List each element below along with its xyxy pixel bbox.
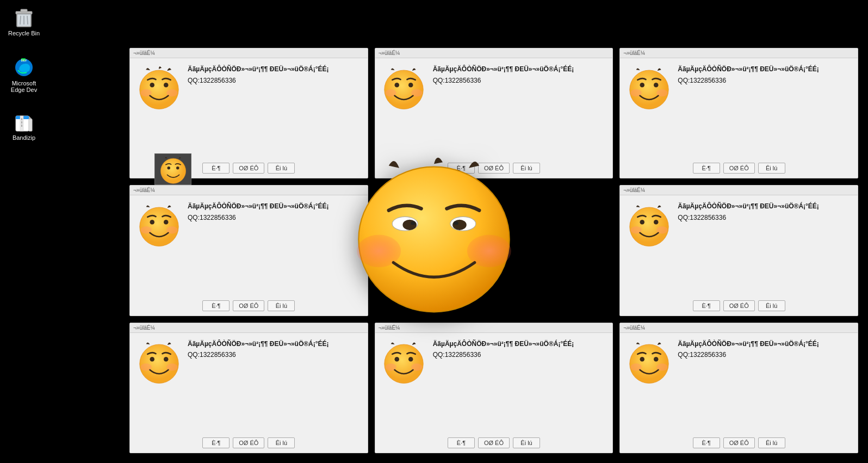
card-3-body: ÄãµÄµçÄÔÒÑÖÐ»¬»ü²¡¶¶ ÐEÜ»¬»üÖ®Á¡°ÉÉ¡ QQ:…	[620, 58, 858, 159]
card-2-btn3[interactable]: Êi lú	[513, 163, 540, 174]
card-8-buttons: È·¶ OØ ÉÔ Êi lú	[375, 434, 613, 453]
card-8-btn1[interactable]: È·¶	[448, 437, 475, 448]
svg-point-42	[654, 220, 659, 225]
card-9-qq: QQ:1322856336	[678, 351, 726, 359]
card-7-emoji	[134, 337, 183, 386]
card-1-emoji	[134, 63, 183, 112]
card-6-btn2[interactable]: OØ ÉÔ	[723, 300, 755, 311]
card-9-text: ÄãµÄµçÄÔÒÑÖÐ»¬»ü²¡¶¶ ÐEÜ»¬»üÖ®Á¡°ÉÉ¡ QQ:…	[678, 339, 853, 360]
card-4-btn3[interactable]: Êi lú	[268, 300, 295, 311]
svg-point-31	[640, 83, 644, 88]
svg-rect-6	[17, 14, 31, 27]
card-7-btn2[interactable]: OØ ÉÔ	[233, 437, 264, 448]
card-6-text: ÄãµÄµçÄÔÒÑÖÐ»¬»ü²¡¶¶ ÐEÜ»¬»üÖ®Á¡°ÉÉ¡ QQ:…	[678, 202, 853, 223]
card-6-title: ÄãµÄµçÄÔÒÑÖÐ»¬»ü²¡¶¶ ÐEÜ»¬»üÖ®Á¡°ÉÉ¡	[678, 202, 853, 211]
app-card-6: ¬»üläÉ¼	[619, 185, 858, 316]
card-8-btn2[interactable]: OØ ÉÔ	[478, 437, 510, 448]
svg-point-22	[164, 83, 169, 88]
svg-rect-15	[21, 118, 22, 120]
card-4-btn1[interactable]: È·¶	[202, 300, 230, 311]
svg-text:DEV: DEV	[21, 59, 27, 62]
card-3-emoji	[624, 63, 673, 112]
svg-point-37	[164, 220, 169, 225]
app-card-3: ¬»üläÉ¼	[619, 48, 858, 178]
recycle-bin-icon[interactable]: Recycle Bin	[2, 4, 46, 39]
svg-point-26	[395, 83, 400, 88]
app-card-4: ¬»üläÉ¼	[129, 185, 368, 316]
edge-dev-icon[interactable]: DEV Microsoft Edge Dev	[2, 54, 46, 95]
card-1-text: ÄãµÄµçÄÔÒÑÖÐ»¬»ü²¡¶¶ ÐEÜ»¬»üÖ®Á¡°ÉÉ¡ QQ:…	[188, 65, 363, 85]
bandizip-image	[13, 111, 35, 133]
card-2-btn2[interactable]: OØ ÉÔ	[478, 163, 510, 174]
card-7-btn1[interactable]: È·¶	[202, 437, 230, 448]
card-6-btn1[interactable]: È·¶	[693, 300, 720, 311]
card-8-btn3[interactable]: Êi lú	[513, 437, 540, 448]
svg-point-58	[160, 158, 185, 183]
card-7-titlebar: ¬»üläÉ¼	[130, 323, 368, 333]
card-2-qq: QQ:1322856336	[433, 77, 481, 84]
card-1-titlebar: ¬»üläÉ¼	[130, 48, 368, 58]
card-8-text: ÄãµÄµçÄÔÒÑÖÐ»¬»ü²¡¶¶ ÐEÜ»¬»üÖ®Á¡°ÉÉ¡ QQ:…	[433, 339, 609, 360]
card-4-titlebar: ¬»üläÉ¼	[130, 186, 368, 195]
card-9-btn3[interactable]: Êi lú	[758, 437, 785, 448]
card-3-titlebar: ¬»üläÉ¼	[620, 48, 858, 58]
cards-grid: ¬»üläÉ¼	[125, 44, 863, 458]
card-9-buttons: È·¶ OØ ÉÔ Êi lú	[620, 434, 858, 453]
card-4-qq: QQ:1322856336	[188, 214, 236, 221]
card-3-text: ÄãµÄµçÄÔÒÑÖÐ»¬»ü²¡¶¶ ÐEÜ»¬»üÖ®Á¡°ÉÉ¡ QQ:…	[678, 65, 853, 85]
svg-point-52	[408, 357, 413, 362]
card-1-body: ÄãµÄµçÄÔÒÑÖÐ»¬»ü²¡¶¶ ÐEÜ»¬»üÖ®Á¡°ÉÉ¡ QQ:…	[130, 58, 368, 159]
card-8-emoji	[380, 337, 429, 386]
card-7-qq: QQ:1322856336	[188, 351, 236, 359]
card-8-body: ÄãµÄµçÄÔÒÑÖÐ»¬»ü²¡¶¶ ÐEÜ»¬»üÖ®Á¡°ÉÉ¡ QQ:…	[375, 333, 613, 434]
card-3-btn1[interactable]: È·¶	[693, 163, 720, 174]
card-9-btn2[interactable]: OØ ÉÔ	[723, 437, 755, 448]
card-4-btn2[interactable]: OØ ÉÔ	[233, 300, 264, 311]
app-card-8: ¬»üläÉ¼	[375, 323, 613, 453]
svg-marker-11	[29, 116, 32, 119]
card-6-qq: QQ:1322856336	[678, 214, 726, 221]
card-2-emoji	[380, 63, 429, 112]
card-6-btn3[interactable]: Êi lú	[758, 300, 785, 311]
svg-rect-2	[21, 9, 27, 12]
svg-point-56	[640, 357, 644, 362]
svg-rect-17	[21, 125, 22, 127]
card-2-body: ÄãµÄµçÄÔÒÑÖÐ»¬»ü²¡¶¶ ÐEÜ»¬»üÖ®Á¡°ÉÉ¡ QQ:…	[375, 58, 613, 159]
card-6-body: ÄãµÄµçÄÔÒÑÖÐ»¬»ü²¡¶¶ ÐEÜ»¬»üÖ®Á¡°ÉÉ¡ QQ:…	[620, 195, 858, 297]
card-1-qq: QQ:1322856336	[188, 77, 236, 84]
bandizip-icon[interactable]: Bandizip	[2, 109, 46, 143]
svg-point-21	[150, 83, 154, 88]
card-1-btn1[interactable]: È·¶	[202, 163, 230, 174]
card-2-btn1[interactable]: È·¶	[448, 163, 475, 174]
card-1-title: ÄãµÄµçÄÔÒÑÖÐ»¬»ü²¡¶¶ ÐEÜ»¬»üÖ®Á¡°ÉÉ¡	[188, 65, 363, 74]
card-1-btn3[interactable]: Êi lú	[268, 163, 295, 174]
card-6-emoji	[624, 200, 673, 249]
svg-rect-16	[21, 121, 22, 124]
small-thumbnail	[154, 153, 191, 185]
card-3-btn2[interactable]: OØ ÉÔ	[723, 163, 755, 174]
card-3-btn3[interactable]: Êi lú	[758, 163, 785, 174]
card-4-body: ÄãµÄµçÄÔÒÑÖÐ»¬»ü²¡¶¶ ÐEÜ»¬»üÖ®Á¡°ÉÉ¡ QQ:…	[130, 195, 368, 297]
card-2-title: ÄãµÄµçÄÔÒÑÖÐ»¬»ü²¡¶¶ ÐEÜ»¬»üÖ®Á¡°ÉÉ¡	[433, 65, 609, 74]
card-7-btn3[interactable]: Êi lú	[268, 437, 295, 448]
svg-point-47	[164, 357, 169, 362]
card-1-btn2[interactable]: OØ ÉÔ	[233, 163, 264, 174]
recycle-bin-label: Recycle Bin	[8, 30, 40, 36]
edge-dev-label: Microsoft Edge Dev	[4, 80, 44, 93]
svg-point-27	[408, 83, 413, 88]
card-2-buttons: È·¶ OØ ÉÔ Êi lú	[375, 159, 613, 178]
recycle-bin-image	[13, 7, 35, 28]
edge-dev-image: DEV	[13, 57, 35, 78]
card-9-emoji	[624, 337, 673, 386]
app-card-7: ¬»üläÉ¼	[129, 323, 368, 453]
card-3-title: ÄãµÄµçÄÔÒÑÖÐ»¬»ü²¡¶¶ ÐEÜ»¬»üÖ®Á¡°ÉÉ¡	[678, 65, 853, 74]
app-card-2: ¬»üläÉ¼	[375, 48, 613, 178]
card-9-btn1[interactable]: È·¶	[693, 437, 720, 448]
bandizip-label: Bandizip	[13, 134, 35, 141]
card-8-title: ÄãµÄµçÄÔÒÑÖÐ»¬»ü²¡¶¶ ÐEÜ»¬»üÖ®Á¡°ÉÉ¡	[433, 339, 609, 349]
svg-point-36	[150, 220, 154, 225]
svg-rect-12	[29, 119, 32, 131]
card-2-titlebar: ¬»üläÉ¼	[375, 48, 613, 58]
card-7-text: ÄãµÄµçÄÔÒÑÖÐ»¬»ü²¡¶¶ ÐEÜ»¬»üÖ®Á¡°ÉÉ¡ QQ:…	[188, 339, 363, 360]
svg-point-59	[167, 166, 170, 170]
